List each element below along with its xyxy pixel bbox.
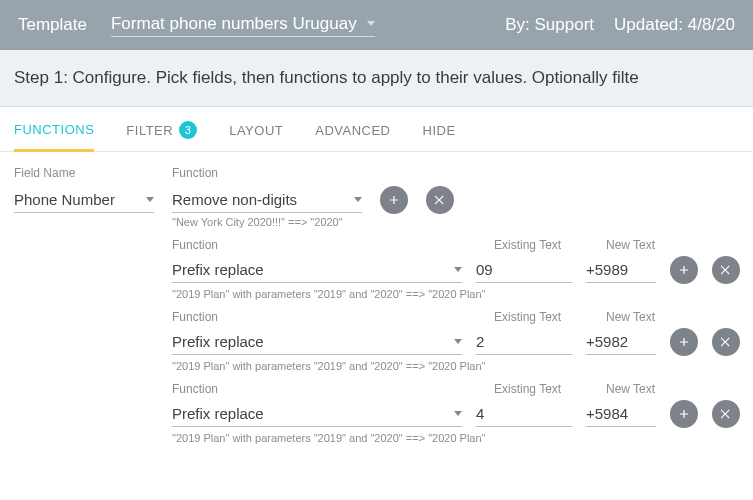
tabs: FUNCTIONS FILTER 3 LAYOUT ADVANCED HIDE <box>0 107 753 152</box>
tab-advanced[interactable]: ADVANCED <box>315 121 390 151</box>
first-row: Phone Number Remove non-digits <box>14 186 739 214</box>
add-button[interactable] <box>380 186 408 214</box>
topbar-meta: By: Support Updated: 4/8/20 <box>505 15 735 35</box>
function-label-3: Function <box>172 382 494 396</box>
function-select-3-value: Prefix replace <box>172 405 264 422</box>
chevron-down-icon <box>367 21 375 26</box>
step-banner: Step 1: Configure. Pick fields, then fun… <box>0 50 753 107</box>
function-select-1[interactable]: Prefix replace <box>172 257 462 283</box>
existing-text-label-3: Existing Text <box>494 382 606 396</box>
existing-text-input-2[interactable] <box>476 329 572 355</box>
close-icon <box>719 335 733 349</box>
sub-labels-2: Function Existing Text New Text <box>172 310 739 324</box>
template-value: Format phone numbers Uruguay <box>111 14 357 34</box>
plus-icon <box>677 407 691 421</box>
sub-block-2: Function Existing Text New Text Prefix r… <box>172 310 739 356</box>
template-label: Template <box>18 15 87 35</box>
function-hint-2: "2019 Plan" with parameters "2019" and "… <box>172 360 739 372</box>
function-select-0[interactable]: Remove non-digits <box>172 187 362 213</box>
remove-button[interactable] <box>712 400 740 428</box>
new-text-input-3[interactable] <box>586 401 656 427</box>
plus-icon <box>677 263 691 277</box>
new-text-input-2[interactable] <box>586 329 656 355</box>
content: Field Name Function Phone Number Remove … <box>0 152 753 468</box>
add-button[interactable] <box>670 328 698 356</box>
remove-button[interactable] <box>712 328 740 356</box>
function-hint-1: "2019 Plan" with parameters "2019" and "… <box>172 288 739 300</box>
existing-text-input-3[interactable] <box>476 401 572 427</box>
tab-filter[interactable]: FILTER 3 <box>126 121 197 151</box>
function-select-3[interactable]: Prefix replace <box>172 401 462 427</box>
plus-icon <box>677 335 691 349</box>
template-select[interactable]: Format phone numbers Uruguay <box>111 14 375 37</box>
field-select-value: Phone Number <box>14 191 115 208</box>
existing-text-label-1: Existing Text <box>494 238 606 252</box>
new-text-input-1[interactable] <box>586 257 656 283</box>
existing-text-input-1[interactable] <box>476 257 572 283</box>
chevron-down-icon <box>454 411 462 416</box>
by-label: By: Support <box>505 15 594 35</box>
add-button[interactable] <box>670 400 698 428</box>
remove-button[interactable] <box>426 186 454 214</box>
close-icon <box>719 263 733 277</box>
plus-icon <box>387 193 401 207</box>
existing-text-label-2: Existing Text <box>494 310 606 324</box>
remove-button[interactable] <box>712 256 740 284</box>
tab-functions[interactable]: FUNCTIONS <box>14 121 94 152</box>
row-labels: Field Name Function <box>14 166 739 180</box>
function-label-1: Function <box>172 238 494 252</box>
sub-labels-1: Function Existing Text New Text <box>172 238 739 252</box>
sub-row-3: Prefix replace <box>172 400 739 428</box>
function-select-0-value: Remove non-digits <box>172 191 297 208</box>
sub-block-1: Function Existing Text New Text Prefix r… <box>172 238 739 284</box>
new-text-label-1: New Text <box>606 238 676 252</box>
chevron-down-icon <box>454 339 462 344</box>
add-button[interactable] <box>670 256 698 284</box>
new-text-label-3: New Text <box>606 382 676 396</box>
function-hint-3: "2019 Plan" with parameters "2019" and "… <box>172 432 739 444</box>
tab-layout[interactable]: LAYOUT <box>229 121 283 151</box>
chevron-down-icon <box>454 267 462 272</box>
sub-row-1: Prefix replace <box>172 256 739 284</box>
topbar: Template Format phone numbers Uruguay By… <box>0 0 753 50</box>
tab-hide[interactable]: HIDE <box>423 121 456 151</box>
function-select-1-value: Prefix replace <box>172 261 264 278</box>
function-select-2-value: Prefix replace <box>172 333 264 350</box>
sub-row-2: Prefix replace <box>172 328 739 356</box>
field-select[interactable]: Phone Number <box>14 187 154 213</box>
tab-filter-label: FILTER <box>126 123 173 138</box>
close-icon <box>433 193 447 207</box>
updated-label: Updated: 4/8/20 <box>614 15 735 35</box>
chevron-down-icon <box>146 197 154 202</box>
field-name-label: Field Name <box>14 166 154 180</box>
function-select-2[interactable]: Prefix replace <box>172 329 462 355</box>
new-text-label-2: New Text <box>606 310 676 324</box>
sub-labels-3: Function Existing Text New Text <box>172 382 739 396</box>
function-hint-0: "New York City 2020!!!" ==> "2020" <box>172 216 739 228</box>
sub-block-3: Function Existing Text New Text Prefix r… <box>172 382 739 428</box>
function-label: Function <box>172 166 739 180</box>
function-label-2: Function <box>172 310 494 324</box>
filter-badge: 3 <box>179 121 197 139</box>
chevron-down-icon <box>354 197 362 202</box>
close-icon <box>719 407 733 421</box>
